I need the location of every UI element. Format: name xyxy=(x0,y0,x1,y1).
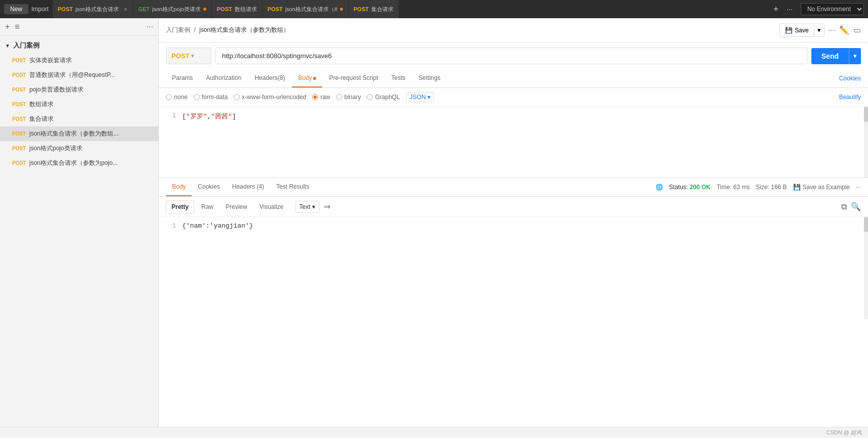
resp-code-content-1: {'nam':'yangjian'} xyxy=(182,222,253,230)
sidebar-item-4[interactable]: POST集合请求 xyxy=(0,112,158,126)
save-example-button[interactable]: 💾 Save as Example xyxy=(793,184,850,191)
tab-method-0: POST xyxy=(58,6,73,12)
resp-tab-headers[interactable]: Headers (4) xyxy=(226,178,270,196)
response-code-line-1: 1 {'nam':'yangjian'} xyxy=(166,222,861,230)
option-binary[interactable]: binary xyxy=(336,94,361,101)
radio-graphql xyxy=(367,94,373,100)
resp-scrollbar-thumb[interactable] xyxy=(864,217,868,232)
response-more-button[interactable]: ··· xyxy=(856,184,861,191)
tab-authorization[interactable]: Authorization xyxy=(200,69,247,87)
url-input[interactable] xyxy=(215,48,807,64)
tab-dot-1 xyxy=(203,8,206,11)
fmt-tab-visualize[interactable]: Visualize xyxy=(254,201,289,213)
resp-tab-test-results[interactable]: Test Results xyxy=(270,178,315,196)
sidebar-name-6: json格式pojo类请求 xyxy=(29,144,82,153)
tab-tests[interactable]: Tests xyxy=(385,69,411,87)
sidebar-filter-button[interactable]: ≡ xyxy=(14,21,20,32)
resp-tab-body[interactable]: Body xyxy=(166,178,192,196)
sidebar-item-0[interactable]: POST实体类嵌套请求 xyxy=(0,53,158,68)
wrap-button[interactable]: ⇒ xyxy=(322,200,332,213)
tab-more-button[interactable]: ··· xyxy=(783,0,797,18)
tab-close-0[interactable]: ✕ xyxy=(123,7,127,12)
option-raw[interactable]: raw xyxy=(312,94,330,101)
import-button[interactable]: Import xyxy=(31,4,49,14)
tabs-container: POSTjson格式集合请求✕GETjson格式pojo类请求POST数组请求P… xyxy=(53,0,797,18)
send-dropdown-button[interactable]: ▾ xyxy=(849,48,861,64)
copy-button[interactable]: ⧉ xyxy=(841,202,847,211)
top-bar-left: New Import xyxy=(4,4,49,14)
request-code-line-1: 1 ["罗罗","茜茜"] xyxy=(166,112,861,121)
header-panel-button[interactable]: ▭ xyxy=(853,25,861,35)
sidebar-item-1[interactable]: POST普通数据请求（用@RequestP... xyxy=(0,68,158,82)
radio-raw xyxy=(312,94,318,100)
body-options-right: Beautify xyxy=(835,94,861,101)
tab-name-4: 集合请求 xyxy=(371,6,394,13)
fmt-tab-preview[interactable]: Preview xyxy=(221,201,252,213)
sidebar-item-6[interactable]: POSTjson格式pojo类请求 xyxy=(0,141,158,156)
send-button-group: Send ▾ xyxy=(811,48,861,64)
tab-2[interactable]: POST数组请求 xyxy=(212,0,263,18)
editor-scrollbar-thumb[interactable] xyxy=(864,107,868,122)
url-bar: POST ▾ Send ▾ xyxy=(166,48,861,64)
beautify-link[interactable]: Beautify xyxy=(839,94,861,101)
method-label: POST xyxy=(171,52,189,60)
editor-scrollbar[interactable] xyxy=(864,107,868,178)
size-label: Size: 166 B xyxy=(756,184,787,191)
tab-4[interactable]: POST集合请求 xyxy=(349,0,399,18)
option-graphql[interactable]: GraphQL xyxy=(367,94,400,101)
tab-settings[interactable]: Settings xyxy=(413,69,447,87)
tab-1[interactable]: GETjson格式pojo类请求 xyxy=(133,0,212,18)
sidebar-items-container: POST实体类嵌套请求POST普通数据请求（用@RequestP...POSTp… xyxy=(0,53,158,170)
tab-method-3: POST xyxy=(268,6,283,12)
sidebar-item-7[interactable]: POSTjson格式集合请求（参数为pojo... xyxy=(0,156,158,170)
tab-body[interactable]: Body xyxy=(292,69,322,87)
option-none[interactable]: none xyxy=(166,94,188,101)
tab-method-4: POST xyxy=(354,6,369,12)
radio-urlencoded xyxy=(234,94,240,100)
header-more-button[interactable]: ··· xyxy=(829,26,835,35)
tab-3[interactable]: POSTjson格式集合请求（# xyxy=(263,0,349,18)
tab-prerequest[interactable]: Pre-request Script xyxy=(323,69,384,87)
sidebar-method-2: POST xyxy=(12,87,26,93)
response-format-bar: Pretty Raw Preview Visualize Text ▾ ⇒ ⧉ … xyxy=(159,197,868,217)
request-body-editor[interactable]: 1 ["罗罗","茜茜"] xyxy=(159,107,868,178)
option-form-data[interactable]: form-data xyxy=(194,94,228,101)
cookies-link[interactable]: Cookies xyxy=(839,75,861,82)
sidebar-name-7: json格式集合请求（参数为pojo... xyxy=(29,159,118,167)
environment-selector[interactable]: No Environment xyxy=(801,3,864,15)
tab-add-button[interactable]: + xyxy=(769,0,783,18)
sidebar-add-button[interactable]: + xyxy=(4,21,11,32)
sidebar-item-3[interactable]: POST数组请求 xyxy=(0,97,158,112)
sidebar-section-header[interactable]: ▼ 入门案例 xyxy=(0,38,158,53)
search-button[interactable]: 🔍 xyxy=(851,202,861,211)
request-header-actions: 💾 Save ▾ ··· ✏️ ▭ xyxy=(779,23,861,37)
json-select[interactable]: JSON ▾ xyxy=(406,92,434,102)
tab-method-2: POST xyxy=(217,6,232,12)
sidebar-method-6: POST xyxy=(12,146,26,151)
tab-name-2: 数组请求 xyxy=(235,6,257,13)
resp-scrollbar[interactable] xyxy=(864,217,868,319)
tab-0[interactable]: POSTjson格式集合请求✕ xyxy=(53,0,133,18)
sidebar-item-5[interactable]: POSTjson格式集合请求（参数为数组... xyxy=(0,126,158,141)
fmt-tab-pretty[interactable]: Pretty xyxy=(166,200,194,213)
sidebar-item-2[interactable]: POSTpojo类普通数据请求 xyxy=(0,82,158,97)
new-button[interactable]: New xyxy=(4,4,28,14)
fmt-tab-raw[interactable]: Raw xyxy=(196,201,219,213)
option-urlencoded[interactable]: x-www-form-urlencoded xyxy=(234,94,306,101)
send-button[interactable]: Send xyxy=(811,48,849,64)
save-dropdown-button[interactable]: ▾ xyxy=(814,24,824,36)
content-area: 入门案例 / json格式集合请求（参数为数组） 💾 Save ▾ ··· ✏️… xyxy=(159,18,868,427)
tab-headers[interactable]: Headers(8) xyxy=(248,69,291,87)
method-arrow-icon: ▾ xyxy=(191,53,194,59)
text-format-select[interactable]: Text ▾ xyxy=(295,201,320,213)
radio-none xyxy=(166,94,172,100)
resp-tab-cookies[interactable]: Cookies xyxy=(192,178,226,196)
header-edit-button[interactable]: ✏️ xyxy=(839,25,849,35)
sidebar-more-button[interactable]: ··· xyxy=(146,21,154,32)
tab-method-1: GET xyxy=(138,6,150,12)
method-select[interactable]: POST ▾ xyxy=(166,48,211,64)
tab-params[interactable]: Params xyxy=(166,69,199,87)
save-button[interactable]: 💾 Save xyxy=(780,24,813,36)
footer: CSDN @ 赵鸿 xyxy=(0,427,868,438)
sidebar-method-7: POST xyxy=(12,160,26,166)
